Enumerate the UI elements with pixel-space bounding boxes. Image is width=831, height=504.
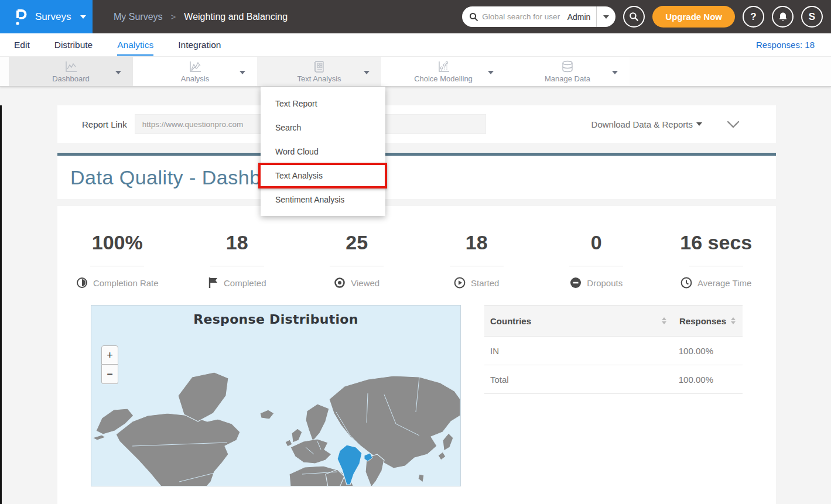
chevron-down-icon[interactable]	[612, 71, 618, 74]
response-distribution-map[interactable]: Response Distribution + −	[91, 305, 461, 486]
help-button[interactable]: ?	[743, 6, 764, 28]
search-icon	[629, 12, 639, 22]
database-icon	[560, 60, 574, 73]
responses-count: Responses: 18	[756, 40, 815, 50]
subnav-item-distribute[interactable]: Distribute	[54, 35, 93, 56]
bell-icon	[778, 12, 788, 22]
page-title-card: Data Quality - Dashboard	[57, 153, 776, 199]
breadcrumb: My Surveys > Weighting and Balancing	[114, 12, 288, 22]
sort-icon[interactable]	[662, 317, 666, 324]
search-icon	[469, 12, 478, 22]
search-input[interactable]	[478, 12, 567, 21]
avatar-letter: S	[809, 11, 815, 23]
map-zoom-out-button[interactable]: −	[101, 365, 118, 384]
upgrade-now-button[interactable]: Upgrade Now	[652, 6, 735, 28]
questionpro-logo-icon	[12, 7, 29, 27]
stat-label: Viewed	[351, 278, 379, 288]
stat-average-time: 16 secs Average Time	[656, 231, 777, 291]
countries-table-header: Countries Responses	[484, 305, 743, 337]
chevron-down-icon[interactable]	[364, 71, 370, 74]
tab-dashboard[interactable]: Dashboard	[9, 57, 133, 86]
country-code: Total	[490, 375, 679, 385]
annotation-highlight-box	[258, 163, 387, 188]
chevron-down-icon	[80, 15, 86, 19]
tab-analysis[interactable]: Analysis	[133, 57, 257, 86]
notifications-button[interactable]	[772, 6, 794, 28]
window-edge	[0, 105, 2, 504]
stat-value: 25	[297, 231, 417, 254]
stat-label: Completed	[224, 278, 266, 288]
top-header: Surveys My Surveys > Weighting and Balan…	[0, 0, 831, 33]
menu-item-search[interactable]: Search	[261, 115, 385, 139]
report-link-bar: Report Link Download Data & Reports	[57, 105, 776, 143]
stat-completion-rate: 100% Completion Rate	[57, 231, 177, 291]
search-button[interactable]	[623, 6, 645, 28]
chevron-down-icon	[603, 15, 609, 19]
multi-line-chart-icon	[187, 60, 203, 73]
subnav-item-edit[interactable]: Edit	[14, 35, 30, 56]
viewed-eye-icon	[334, 277, 346, 289]
download-label-text: Download Data & Reports	[591, 119, 693, 129]
column-header-responses[interactable]: Responses	[679, 316, 726, 326]
search-scope-label: Admin	[567, 12, 597, 22]
product-label: Surveys	[35, 11, 71, 23]
tab-label: Manage Data	[545, 74, 590, 83]
tab-choice-modelling[interactable]: Choice Modelling	[381, 57, 505, 86]
report-link-label: Report Link	[57, 119, 127, 129]
countries-table: Countries Responses IN 100.00% Total 100…	[484, 305, 743, 486]
global-search[interactable]: Admin	[462, 6, 615, 27]
text-analysis-dropdown-menu: Text Report Search Word Cloud Text Analy…	[261, 87, 385, 216]
stat-value: 18	[417, 231, 537, 254]
sort-icon[interactable]	[731, 317, 736, 324]
world-map	[91, 306, 461, 486]
chevron-down-icon[interactable]	[240, 71, 245, 74]
dashboard-card: 100% Completion Rate 18	[57, 206, 776, 504]
menu-item-text-report[interactable]: Text Report	[261, 91, 385, 115]
table-row: IN 100.00%	[484, 337, 743, 365]
divider	[90, 266, 144, 266]
divider	[210, 266, 264, 266]
tab-text-analysis[interactable]: Text Analysis	[257, 57, 381, 86]
column-header-countries[interactable]: Countries	[490, 316, 657, 326]
menu-item-word-cloud[interactable]: Word Cloud	[261, 139, 385, 163]
text-document-icon	[313, 60, 326, 73]
menu-item-sentiment-analysis[interactable]: Sentiment Analysis	[261, 187, 385, 211]
average-time-clock-icon	[680, 277, 692, 289]
divider	[330, 266, 384, 266]
search-scope-dropdown[interactable]	[597, 6, 615, 27]
collapse-chevron-icon[interactable]	[727, 121, 740, 128]
started-play-icon	[454, 277, 466, 289]
tab-manage-data[interactable]: Manage Data	[505, 57, 630, 86]
country-responses: 100.00%	[679, 346, 713, 356]
survey-subnav: Edit Distribute Analytics Integration Re…	[0, 33, 831, 57]
chevron-down-icon[interactable]	[115, 71, 121, 74]
chevron-down-icon[interactable]	[488, 71, 494, 74]
header-actions: Admin Upgrade Now ? S	[462, 6, 831, 28]
avatar[interactable]: S	[801, 6, 823, 28]
stat-value: 100%	[57, 231, 177, 254]
viz-row: Response Distribution + − Countries Resp…	[57, 305, 776, 486]
map-zoom-controls: + −	[101, 345, 118, 384]
country-responses: 100.00%	[679, 375, 713, 385]
country-code: IN	[490, 346, 679, 356]
product-switcher[interactable]: Surveys	[0, 0, 93, 33]
dropouts-minus-icon	[570, 277, 582, 289]
breadcrumb-separator-icon: >	[171, 12, 176, 22]
scatter-chart-icon	[436, 60, 451, 73]
completed-flag-icon	[208, 277, 218, 289]
tab-label: Choice Modelling	[414, 74, 473, 83]
stat-value: 16 secs	[656, 231, 777, 254]
map-zoom-in-button[interactable]: +	[101, 345, 118, 365]
tab-label: Analysis	[181, 74, 209, 83]
stat-viewed: 25 Viewed	[297, 231, 417, 291]
chevron-down-icon	[696, 122, 702, 126]
tab-label: Dashboard	[52, 74, 90, 83]
subnav-item-integration[interactable]: Integration	[178, 35, 221, 56]
stat-value: 18	[177, 231, 297, 254]
breadcrumb-my-surveys[interactable]: My Surveys	[114, 12, 163, 22]
analytics-tabbar: Dashboard Analysis Text Analysis	[0, 57, 831, 87]
page-content: Report Link Download Data & Reports Data…	[0, 105, 831, 504]
subnav-item-analytics[interactable]: Analytics	[117, 35, 153, 56]
download-data-reports-dropdown[interactable]: Download Data & Reports	[591, 119, 702, 129]
stat-started: 18 Started	[417, 231, 537, 291]
